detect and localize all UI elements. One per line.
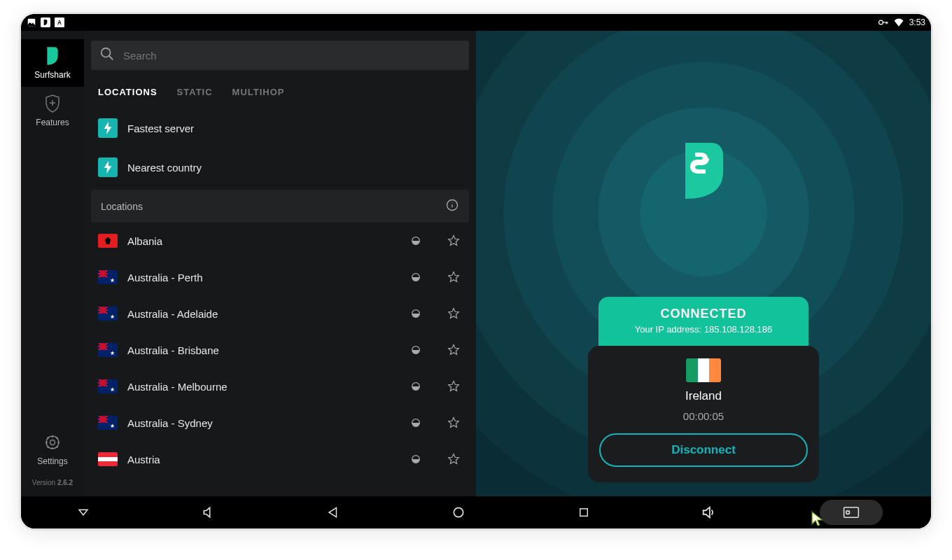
quick-item-label: Nearest country [127,162,202,174]
load-icon [407,378,424,395]
quick-item-label: Fastest server [127,122,194,134]
tab-multihop[interactable]: MULTIHOP [232,87,285,97]
info-icon[interactable] [445,198,459,214]
load-icon [407,232,424,249]
location-row[interactable]: Australia - Adelaide [91,295,469,332]
ip-address: Your IP address: 185.108.128.186 [606,324,802,335]
load-icon [407,414,424,431]
location-name: Austria [127,454,398,465]
location-row[interactable]: Australia - Sydney [91,405,469,441]
load-icon [407,269,424,286]
svg-text:A: A [57,20,62,26]
sidebar-item-surfshark[interactable]: Surfshark [21,39,84,87]
flag-icon [98,270,118,284]
svg-rect-6 [886,22,886,24]
favorite-star-icon[interactable] [445,378,462,395]
svg-point-19 [454,507,463,517]
location-row[interactable]: Australia - Brisbane [91,332,469,368]
nav-volume-down[interactable] [195,498,223,526]
flag-icon [98,234,118,248]
favorite-star-icon[interactable] [445,414,462,431]
surfshark-logo-icon [43,46,62,66]
sidebar-item-label: Features [36,118,69,127]
sidebar-item-settings[interactable]: Settings [21,426,84,473]
surfshark-notif-icon [41,18,50,27]
favorite-star-icon[interactable] [445,451,462,468]
tablet-frame: A 3:53 Surfshark Features [21,14,931,528]
search-bar[interactable] [91,41,469,70]
status-bar: A 3:53 [21,14,931,31]
svg-rect-5 [882,22,887,22]
location-name: Australia - Melbourne [127,381,398,393]
nearest-country[interactable]: Nearest country [91,148,469,187]
nav-home[interactable] [444,498,472,526]
location-name: Australia - Adelaide [127,308,398,320]
location-row[interactable]: Austria [91,441,469,477]
wifi-icon [894,18,904,27]
favorite-star-icon[interactable] [445,305,462,322]
nav-screenshot[interactable] [820,500,883,525]
svg-point-22 [846,511,849,514]
svg-point-8 [50,440,55,445]
app-icon: A [55,18,64,27]
flag-icon [686,358,721,382]
connection-card: Ireland 00:00:05 Disconnect [588,346,819,482]
flag-icon [98,452,118,466]
connected-country: Ireland [685,389,722,403]
load-icon [407,342,424,358]
nav-volume-up[interactable] [694,498,722,526]
bolt-icon [98,158,118,177]
nav-recent[interactable] [570,498,598,526]
search-icon [99,46,115,64]
connection-panel: CONNECTED Your IP address: 185.108.128.1… [476,31,931,496]
location-row[interactable]: Australia - Melbourne [91,368,469,405]
svg-rect-7 [887,22,888,23]
search-input[interactable] [123,50,461,62]
svg-rect-20 [580,509,587,517]
svg-point-4 [878,20,883,24]
clock: 3:53 [909,18,925,27]
connection-duration: 00:00:05 [683,410,724,422]
load-icon [407,451,424,468]
sidebar: Surfshark Features Settings Version 2.6.… [21,31,84,496]
surfshark-logo-large [676,140,732,202]
flag-icon [98,379,118,393]
vpn-key-icon [878,18,888,27]
gear-icon [43,433,62,452]
image-icon [27,18,36,27]
location-name: Australia - Sydney [127,417,398,429]
shield-plus-icon [43,94,62,113]
svg-point-10 [102,48,111,57]
favorite-star-icon[interactable] [445,232,462,249]
disconnect-button[interactable]: Disconnect [599,433,808,467]
tab-locations[interactable]: LOCATIONS [98,87,158,97]
version-label: Version 2.6.2 [32,473,73,496]
location-name: Australia - Brisbane [127,344,398,356]
flag-icon [98,416,118,430]
locations-header: Locations [91,190,469,223]
flag-icon [98,307,118,321]
load-icon [407,305,424,322]
location-name: Albania [127,235,398,247]
sidebar-item-features[interactable]: Features [21,87,84,134]
locations-list: AlbaniaAustralia - PerthAustralia - Adel… [91,223,469,477]
nav-dropdown[interactable] [69,498,97,526]
nav-back[interactable] [319,498,347,526]
favorite-star-icon[interactable] [445,342,462,358]
tabs: LOCATIONS STATIC MULTIHOP [91,77,469,108]
status-label: CONNECTED [606,307,802,321]
fastest-server[interactable]: Fastest server [91,108,469,148]
android-nav-bar [21,496,931,528]
flag-icon [98,343,118,357]
location-row[interactable]: Australia - Perth [91,259,469,295]
favorite-star-icon[interactable] [445,269,462,286]
tab-static[interactable]: STATIC [177,87,213,97]
location-name: Australia - Perth [127,272,398,284]
bolt-icon [98,118,118,138]
sidebar-item-label: Surfshark [34,70,70,80]
location-row[interactable]: Albania [91,223,469,259]
locations-panel: LOCATIONS STATIC MULTIHOP Fastest server… [84,31,476,496]
sidebar-item-label: Settings [37,456,67,466]
